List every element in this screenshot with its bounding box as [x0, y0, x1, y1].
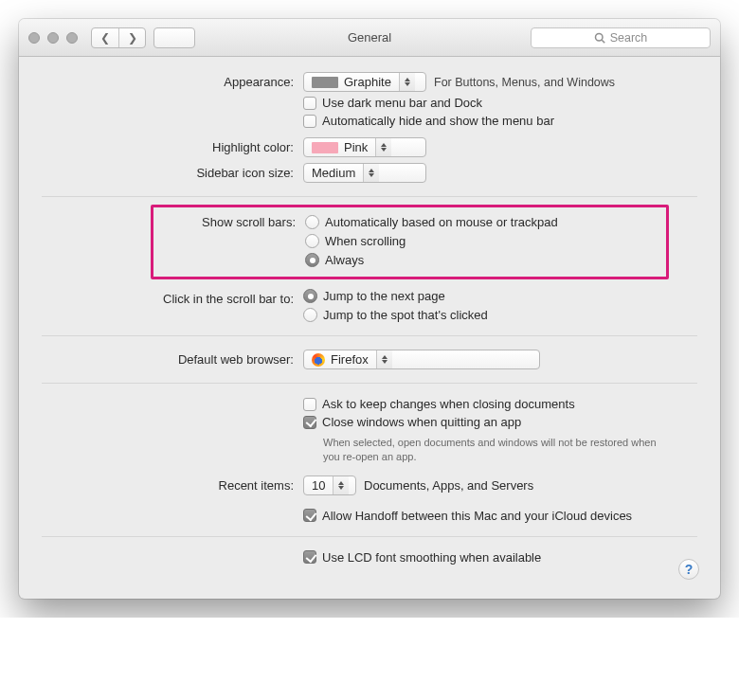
- stepper-arrows-icon: [376, 350, 392, 368]
- appearance-select[interactable]: Graphite: [303, 72, 426, 92]
- highlight-color-select[interactable]: Pink: [303, 137, 426, 157]
- scroll-bars-highlight: Show scroll bars: Automatically based on…: [151, 205, 669, 279]
- scroll-auto-radio[interactable]: Automatically based on mouse or trackpad: [305, 215, 655, 229]
- radio-icon: [305, 234, 319, 248]
- jump-spot-radio[interactable]: Jump to the spot that's clicked: [303, 308, 697, 322]
- browser-label: Default web browser:: [42, 350, 303, 367]
- stepper-arrows-icon: [399, 73, 415, 91]
- preferences-window: ❮ ❯ General Search Appearance:: [19, 19, 720, 599]
- lcd-font-smoothing-checkbox[interactable]: Use LCD font smoothing when available: [303, 550, 697, 565]
- show-all-button[interactable]: [153, 27, 195, 48]
- handoff-label: Allow Handoff between this Mac and your …: [322, 509, 632, 523]
- close-windows-note: When selected, open documents and window…: [323, 436, 674, 464]
- minimize-window-button[interactable]: [47, 32, 59, 44]
- checkbox-icon: [303, 550, 316, 564]
- auto-hide-label: Automatically hide and show the menu bar: [322, 114, 554, 128]
- scroll-auto-label: Automatically based on mouse or trackpad: [325, 215, 558, 229]
- svg-line-1: [602, 40, 604, 43]
- checkbox-icon: [303, 97, 316, 110]
- stepper-arrows-icon: [333, 476, 349, 494]
- back-button[interactable]: ❮: [92, 28, 118, 47]
- ask-keep-changes-checkbox[interactable]: Ask to keep changes when closing documen…: [303, 397, 697, 411]
- zoom-window-button[interactable]: [66, 32, 78, 44]
- close-window-button[interactable]: [28, 32, 40, 44]
- nav-back-forward[interactable]: ❮ ❯: [91, 27, 146, 48]
- window-controls: [28, 32, 78, 44]
- highlight-value: Pink: [344, 140, 368, 154]
- divider: [42, 196, 697, 197]
- recent-suffix: Documents, Apps, and Servers: [364, 478, 533, 493]
- search-icon: [594, 32, 605, 44]
- scroll-bars-label: Show scroll bars:: [165, 215, 305, 229]
- forward-button[interactable]: ❯: [118, 28, 145, 47]
- click-scroll-label: Click in the scroll bar to:: [42, 289, 303, 306]
- browser-value: Firefox: [331, 352, 369, 367]
- checkbox-icon: [303, 509, 316, 522]
- handoff-checkbox[interactable]: Allow Handoff between this Mac and your …: [303, 509, 697, 523]
- divider: [42, 536, 697, 537]
- sidebar-size-label: Sidebar icon size:: [42, 163, 303, 180]
- jump-next-page-radio[interactable]: Jump to the next page: [303, 289, 697, 303]
- dark-menu-label: Use dark menu bar and Dock: [322, 96, 482, 110]
- search-placeholder: Search: [610, 31, 648, 45]
- ask-keep-label: Ask to keep changes when closing documen…: [322, 397, 575, 411]
- radio-icon: [305, 253, 319, 267]
- stepper-arrows-icon: [363, 164, 379, 182]
- recent-items-select[interactable]: 10: [303, 476, 356, 495]
- sidebar-size-select[interactable]: Medium: [303, 163, 426, 183]
- checkbox-icon: [303, 115, 316, 128]
- scroll-scrolling-label: When scrolling: [325, 234, 406, 248]
- svg-point-0: [595, 33, 603, 41]
- recent-label: Recent items:: [42, 476, 303, 493]
- jump-spot-label: Jump to the spot that's clicked: [323, 308, 488, 322]
- dark-menu-checkbox[interactable]: Use dark menu bar and Dock: [303, 96, 697, 110]
- help-icon: ?: [685, 562, 694, 577]
- appearance-value: Graphite: [344, 75, 391, 89]
- scroll-scrolling-radio[interactable]: When scrolling: [305, 234, 655, 248]
- appearance-swatch: [312, 77, 338, 88]
- recent-value: 10: [312, 478, 325, 493]
- lcd-label: Use LCD font smoothing when available: [322, 550, 541, 565]
- highlight-label: Highlight color:: [42, 137, 303, 154]
- jump-next-page-label: Jump to the next page: [323, 289, 445, 303]
- checkbox-icon: [303, 416, 316, 429]
- radio-icon: [303, 289, 317, 303]
- divider: [42, 383, 697, 384]
- appearance-label: Appearance:: [42, 72, 303, 89]
- firefox-icon: [312, 353, 325, 367]
- content: Appearance: Graphite For Buttons, Menus,…: [19, 57, 720, 599]
- divider: [42, 335, 697, 336]
- scroll-always-radio[interactable]: Always: [305, 253, 655, 267]
- highlight-swatch: [312, 142, 338, 153]
- radio-icon: [305, 215, 319, 229]
- radio-icon: [303, 308, 317, 322]
- default-browser-select[interactable]: Firefox: [303, 350, 540, 369]
- scroll-always-label: Always: [325, 253, 364, 267]
- search-field[interactable]: Search: [531, 27, 711, 48]
- close-windows-label: Close windows when quitting an app: [322, 415, 521, 429]
- stepper-arrows-icon: [375, 138, 391, 156]
- auto-hide-menubar-checkbox[interactable]: Automatically hide and show the menu bar: [303, 114, 697, 128]
- toolbar: ❮ ❯ General Search: [19, 19, 720, 57]
- appearance-note: For Buttons, Menus, and Windows: [434, 76, 615, 89]
- sidebar-size-value: Medium: [312, 166, 355, 180]
- help-button[interactable]: ?: [678, 559, 699, 580]
- checkbox-icon: [303, 398, 316, 411]
- close-windows-checkbox[interactable]: Close windows when quitting an app: [303, 415, 697, 429]
